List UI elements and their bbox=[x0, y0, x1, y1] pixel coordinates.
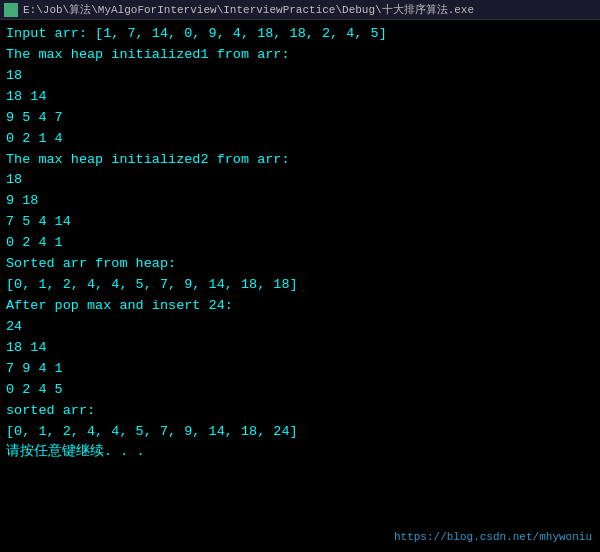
console-lines: Input arr: [1, 7, 14, 0, 9, 4, 18, 18, 2… bbox=[6, 24, 594, 463]
console-line: [0, 1, 2, 4, 4, 5, 7, 9, 14, 18, 24] bbox=[6, 422, 594, 443]
console-line: [0, 1, 2, 4, 4, 5, 7, 9, 14, 18, 18] bbox=[6, 275, 594, 296]
console-line: 9 5 4 7 bbox=[6, 108, 594, 129]
title-label: E:\Job\算法\MyAlgoForInterview\InterviewPr… bbox=[23, 2, 474, 17]
console-line: 7 9 4 1 bbox=[6, 359, 594, 380]
console-line: Input arr: [1, 7, 14, 0, 9, 4, 18, 18, 2… bbox=[6, 24, 594, 45]
console-line: The max heap initialized2 from arr: bbox=[6, 150, 594, 171]
console-line: 7 5 4 14 bbox=[6, 212, 594, 233]
console-line: The max heap initialized1 from arr: bbox=[6, 45, 594, 66]
console-line: sorted arr: bbox=[6, 401, 594, 422]
console-line: 18 bbox=[6, 66, 594, 87]
console-line: 24 bbox=[6, 317, 594, 338]
watermark-text: https://blog.csdn.net/mhywoniu bbox=[394, 531, 592, 543]
console-line: After pop max and insert 24: bbox=[6, 296, 594, 317]
console-line: 0 2 4 1 bbox=[6, 233, 594, 254]
console-line: 请按任意键继续. . . bbox=[6, 442, 594, 463]
console-line: 18 14 bbox=[6, 87, 594, 108]
console-line: 9 18 bbox=[6, 191, 594, 212]
console-line: Sorted arr from heap: bbox=[6, 254, 594, 275]
console-line: 0 2 1 4 bbox=[6, 129, 594, 150]
watermark: https://blog.csdn.net/mhywoniu bbox=[394, 529, 592, 546]
title-bar: E:\Job\算法\MyAlgoForInterview\InterviewPr… bbox=[0, 0, 600, 20]
console-body: Input arr: [1, 7, 14, 0, 9, 4, 18, 18, 2… bbox=[0, 20, 600, 552]
console-line: 18 14 bbox=[6, 338, 594, 359]
console-line: 0 2 4 5 bbox=[6, 380, 594, 401]
exe-icon bbox=[4, 3, 18, 17]
console-line: 18 bbox=[6, 170, 594, 191]
